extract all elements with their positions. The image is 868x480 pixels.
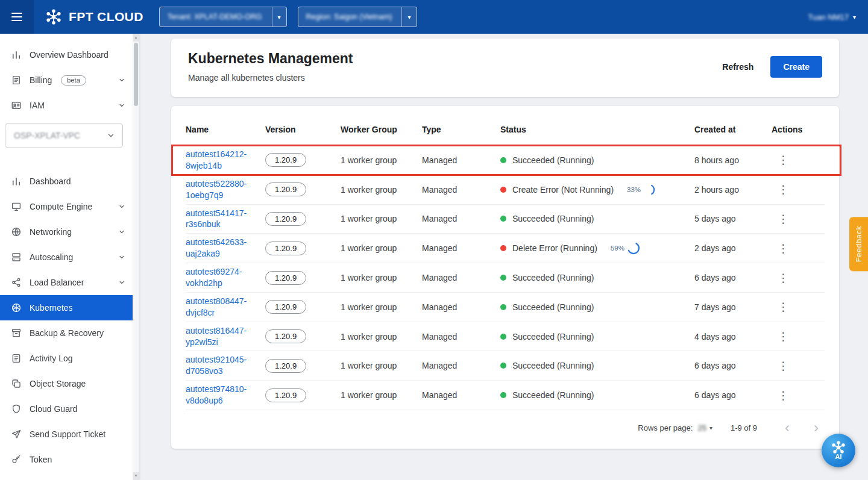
cluster-name-link[interactable]: autotest522880-1oebg7q9 — [186, 178, 247, 201]
globe-icon — [11, 226, 22, 237]
table-row[interactable]: autotest808447-dvjcf8cr 1.20.9 1 worker … — [186, 293, 825, 322]
vpc-selector[interactable]: OSP-XPLAT-VPC — [5, 123, 123, 148]
row-actions-button[interactable]: ⋮ — [772, 388, 795, 402]
previous-page-button[interactable]: ‹ — [782, 420, 792, 435]
sidebar-item-kubernetes[interactable]: Kubernetes — [0, 295, 133, 320]
row-actions-button[interactable]: ⋮ — [772, 271, 795, 285]
created-at-cell: 6 days ago — [694, 390, 772, 400]
cluster-name-line1: autotest642633- — [186, 237, 247, 247]
tenant-select[interactable]: Tenant: XPLAT-DEMO-ORG ▾ — [159, 7, 287, 27]
cluster-name-link[interactable]: autotest816447-yp2wl5zi — [186, 325, 247, 348]
cluster-name-line2: d7058vo3 — [186, 366, 223, 376]
vpc-selector-value: OSP-XPLAT-VPC — [14, 131, 80, 140]
row-actions-button[interactable]: ⋮ — [772, 242, 795, 255]
pagination: Rows per page: 25 ▾ 1-9 of 9 ‹ › — [186, 410, 825, 445]
row-actions-button[interactable]: ⋮ — [772, 182, 795, 196]
rows-per-page-select[interactable]: 25 ▾ — [697, 423, 712, 432]
table-row[interactable]: autotest164212-8wjeb14b 1.20.9 1 worker … — [186, 146, 825, 175]
scroll-up-arrow[interactable]: ▲ — [133, 34, 139, 42]
cluster-name-line2: dvjcf8cr — [186, 308, 215, 317]
progress-percent: 33% — [627, 186, 641, 193]
column-header-version: Version — [265, 125, 341, 134]
status-dot — [500, 363, 506, 369]
cluster-name-link[interactable]: autotest974810-v8do8up6 — [186, 384, 247, 407]
cluster-name-link[interactable]: autotest69274-vokhd2hp — [186, 266, 242, 289]
kubernetes-icon — [11, 302, 22, 313]
cluster-name-line1: autotest522880- — [186, 179, 247, 189]
sidebar-item-cloud-guard[interactable]: Cloud Guard — [0, 396, 133, 422]
id-card-icon — [11, 100, 22, 111]
sidebar-item-networking[interactable]: Networking — [0, 219, 133, 245]
scrollbar-thumb[interactable] — [134, 43, 138, 106]
row-actions-button[interactable]: ⋮ — [772, 153, 795, 167]
page-header-card: Kubernetes Management Manage all kuberne… — [171, 39, 839, 97]
cluster-name-line1: autotest921045- — [186, 355, 247, 364]
sidebar-item-iam[interactable]: IAM — [0, 93, 133, 118]
sidebar-item-activity-log[interactable]: Activity Log — [0, 346, 133, 371]
cluster-name-link[interactable]: autotest921045-d7058vo3 — [186, 354, 247, 377]
chevron-down-icon — [118, 102, 125, 109]
cluster-name-link[interactable]: autotest164212-8wjeb14b — [186, 149, 247, 172]
chevron-down-icon — [118, 228, 125, 235]
table-row[interactable]: autotest921045-d7058vo3 1.20.9 1 worker … — [186, 351, 825, 381]
table-row[interactable]: autotest974810-v8do8up6 1.20.9 1 worker … — [186, 381, 825, 410]
table-row[interactable]: autotest816447-yp2wl5zi 1.20.9 1 worker … — [186, 322, 825, 352]
status-text: Delete Error (Running) — [512, 243, 597, 253]
servers-icon — [11, 252, 22, 263]
hamburger-menu-button[interactable] — [0, 0, 34, 34]
progress-indicator: 33% — [627, 183, 656, 196]
table-row[interactable]: autotest522880-1oebg7q9 1.20.9 1 worker … — [186, 175, 825, 205]
sidebar-item-autoscaling[interactable]: Autoscaling — [0, 245, 133, 270]
row-actions-button[interactable]: ⋮ — [772, 212, 795, 226]
sidebar-item-load-balancer[interactable]: Load Balancer — [0, 270, 133, 295]
sidebar-item-label: Autoscaling — [30, 252, 73, 262]
sidebar-scrollbar[interactable]: ▲ ▼ — [133, 34, 139, 480]
type-cell: Managed — [422, 361, 500, 370]
cluster-name-link[interactable]: autotest808447-dvjcf8cr — [186, 296, 247, 319]
sidebar-item-billing[interactable]: Billing beta — [0, 67, 133, 93]
status-text: Succeeded (Running) — [512, 332, 594, 341]
worker-group-cell: 1 worker group — [341, 361, 422, 370]
table-row[interactable]: autotest541417-r3s6nbuk 1.20.9 1 worker … — [186, 205, 825, 234]
refresh-button[interactable]: Refresh — [719, 61, 757, 72]
sidebar-item-dashboard[interactable]: Dashboard — [0, 169, 133, 194]
worker-group-cell: 1 worker group — [341, 214, 422, 223]
created-at-cell: 5 days ago — [694, 214, 772, 223]
type-cell: Managed — [422, 390, 500, 400]
ai-assistant-button[interactable]: AI — [822, 434, 855, 467]
sidebar-item-token[interactable]: Token — [0, 447, 133, 472]
cluster-name-link[interactable]: autotest642633-uaj2aka9 — [186, 237, 247, 260]
feedback-tab[interactable]: Feedback — [849, 217, 868, 271]
version-badge: 1.20.9 — [265, 242, 306, 255]
sidebar-item-compute-engine[interactable]: Compute Engine — [0, 194, 133, 219]
chevron-down-icon — [118, 76, 125, 84]
column-header-type: Type — [422, 125, 500, 134]
region-select[interactable]: Region: Saigon (Vietnam) ▾ — [298, 7, 417, 27]
status-dot — [500, 304, 506, 310]
create-button[interactable]: Create — [770, 56, 822, 78]
scroll-down-arrow[interactable]: ▼ — [133, 472, 139, 480]
sidebar-item-backup-recovery[interactable]: Backup & Recovery — [0, 320, 133, 346]
paper-plane-icon — [11, 429, 22, 440]
user-menu[interactable]: Tuan NM17 ▾ — [808, 13, 856, 22]
sidebar-item-send-support-ticket[interactable]: Send Support Ticket — [0, 422, 133, 447]
next-page-button[interactable]: › — [811, 420, 821, 435]
version-badge: 1.20.9 — [265, 359, 306, 373]
sidebar-item-overview-dashboard[interactable]: Overview Dashboard — [0, 42, 133, 67]
row-actions-button[interactable]: ⋮ — [772, 329, 795, 343]
status-dot — [500, 216, 506, 222]
table-row[interactable]: autotest642633-uaj2aka9 1.20.9 1 worker … — [186, 234, 825, 263]
sidebar-item-label: Token — [30, 455, 52, 464]
table-row[interactable]: autotest69274-vokhd2hp 1.20.9 1 worker g… — [186, 263, 825, 293]
sidebar-item-object-storage[interactable]: Object Storage — [0, 371, 133, 396]
chevron-down-icon: ▾ — [709, 425, 712, 431]
row-actions-button[interactable]: ⋮ — [772, 359, 795, 373]
version-badge: 1.20.9 — [265, 271, 306, 285]
status-dot — [500, 245, 506, 251]
list-document-icon — [11, 353, 22, 364]
version-badge: 1.20.9 — [265, 212, 306, 226]
status-dot — [500, 187, 506, 193]
chevron-down-icon: ▾ — [401, 7, 416, 26]
row-actions-button[interactable]: ⋮ — [772, 300, 795, 314]
cluster-name-link[interactable]: autotest541417-r3s6nbuk — [186, 208, 247, 231]
